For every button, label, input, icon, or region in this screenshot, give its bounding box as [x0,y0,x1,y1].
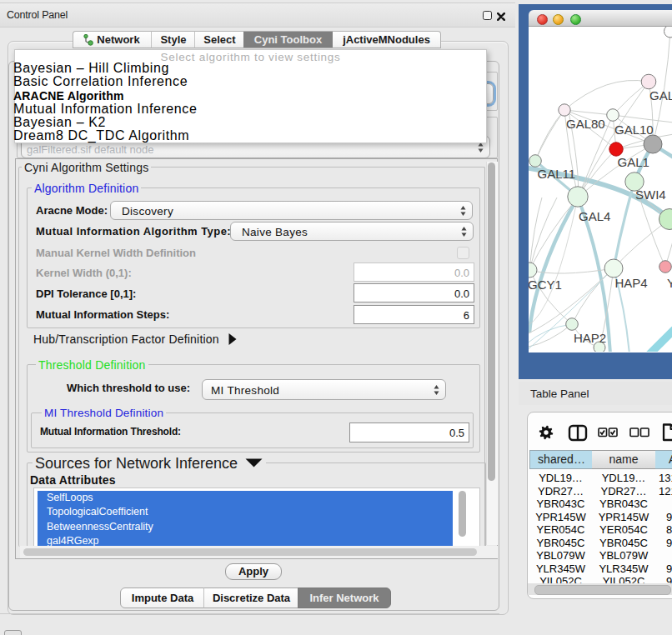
svg-text:GAL7: GAL7 [649,88,672,102]
svg-text:HAP4: HAP4 [615,276,648,290]
svg-text:SWI4: SWI4 [635,188,666,202]
svg-text:GAL11: GAL11 [538,167,576,181]
svg-text:HAP2: HAP2 [574,331,606,345]
svg-text:GAL4: GAL4 [579,209,610,223]
svg-text:GAL80: GAL80 [566,117,605,131]
svg-text:GAL10: GAL10 [614,122,654,137]
svg-text:Y: Y [667,276,672,290]
svg-text:GAL1: GAL1 [618,155,649,169]
svg-text:GCY1: GCY1 [529,278,562,292]
